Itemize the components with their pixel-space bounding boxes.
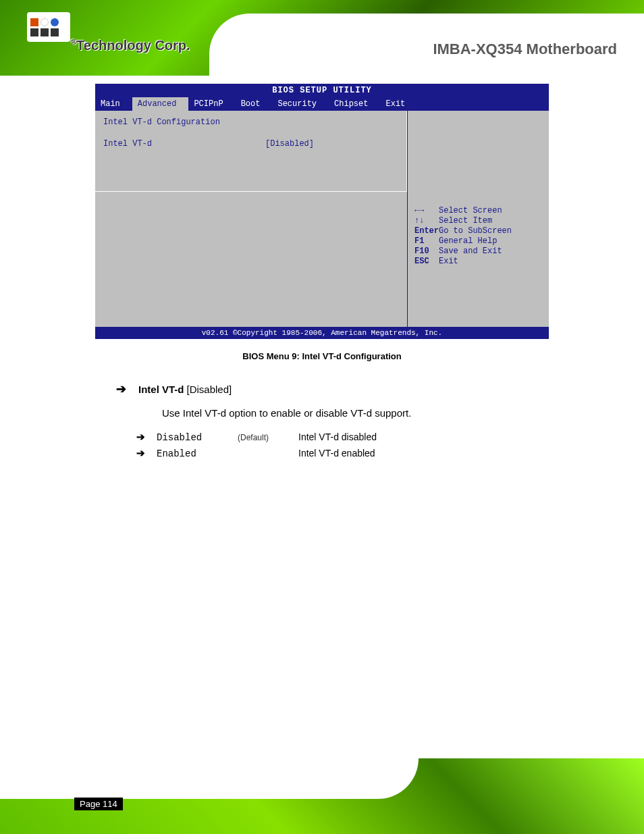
tab-boot: Boot bbox=[236, 97, 273, 111]
bios-section: Intel VT-d Configuration bbox=[103, 118, 398, 127]
key-txt-0: Select Screen bbox=[439, 206, 502, 215]
footer-curve bbox=[0, 745, 419, 799]
key-txt-1: Select Item bbox=[439, 216, 492, 226]
bios-screenshot: BIOS SETUP UTILITY Main Advanced PCIPnP … bbox=[95, 84, 549, 339]
brand-text: ®Technology Corp. bbox=[71, 38, 190, 53]
tab-main: Main bbox=[95, 97, 132, 111]
key-txt-4: Save and Exit bbox=[439, 246, 502, 256]
bios-right: ←→Select Screen ↑↓Select Item EnterGo to… bbox=[407, 111, 549, 327]
option-value-default-0: (Default) bbox=[238, 433, 298, 442]
key-sym-4: F10 bbox=[414, 246, 439, 256]
footer-banner: Page 114 bbox=[0, 758, 644, 834]
bios-left: Intel VT-d Configuration Intel VT-d [Dis… bbox=[95, 111, 407, 327]
bios-title: BIOS SETUP UTILITY bbox=[95, 84, 549, 97]
arrow-icon: ➔ bbox=[116, 382, 126, 396]
option-value-name-0: Disabled bbox=[157, 432, 238, 443]
bios-tabs: Main Advanced PCIPnP Boot Security Chips… bbox=[95, 97, 549, 111]
page-number: Page 114 bbox=[74, 798, 123, 810]
bios-setting-row: Intel VT-d [Disabled] bbox=[103, 139, 398, 149]
brand-r: ® bbox=[71, 38, 76, 46]
tab-exit: Exit bbox=[380, 97, 417, 111]
bios-setting-value: [Disabled] bbox=[265, 139, 314, 149]
bios-body: Intel VT-d Configuration Intel VT-d [Dis… bbox=[95, 111, 549, 327]
key-sym-2: Enter bbox=[414, 226, 439, 236]
arrow-icon: ➔ bbox=[136, 447, 157, 459]
brand-name: Technology Corp. bbox=[76, 38, 190, 53]
option-value-row-1: ➔ Enabled Intel VT-d enabled bbox=[136, 447, 563, 459]
tab-chipset: Chipset bbox=[329, 97, 380, 111]
key-sym-5: ESC bbox=[414, 257, 439, 266]
key-sym-1: ↑↓ bbox=[414, 216, 439, 226]
tab-security: Security bbox=[272, 97, 329, 111]
bios-footer: v02.61 ©Copyright 1985-2006, American Me… bbox=[95, 327, 549, 339]
option-row: ➔ Intel VT-d [Disabled] bbox=[116, 382, 563, 396]
bios-setting-label: Intel VT-d bbox=[103, 139, 265, 149]
key-sym-3: F1 bbox=[414, 236, 439, 246]
tab-advanced: Advanced bbox=[132, 97, 189, 111]
option-value-text-1: Intel VT-d enabled bbox=[298, 448, 375, 459]
bios-help bbox=[414, 118, 542, 205]
option-value-row-0: ➔ Disabled (Default) Intel VT-d disabled bbox=[136, 431, 563, 443]
option-value-name-1: Enabled bbox=[157, 448, 238, 459]
key-sym-0: ←→ bbox=[414, 206, 439, 215]
key-txt-2: Go to SubScreen bbox=[439, 226, 512, 236]
bios-left-bottom bbox=[95, 192, 407, 327]
option-title: Intel VT-d bbox=[138, 384, 184, 395]
bios-left-top: Intel VT-d Configuration Intel VT-d [Dis… bbox=[95, 111, 407, 192]
product-title: IMBA-XQ354 Motherboard bbox=[433, 41, 617, 58]
option-value-text-0: Intel VT-d disabled bbox=[298, 432, 377, 442]
key-txt-5: Exit bbox=[439, 257, 458, 266]
header-banner: ®Technology Corp. IMBA-XQ354 Motherboard bbox=[0, 0, 644, 76]
content: ➔ Intel VT-d [Disabled] Use Intel VT-d o… bbox=[0, 382, 644, 459]
logo bbox=[27, 12, 70, 42]
option-desc: Use Intel VT-d option to enable or disab… bbox=[162, 406, 563, 421]
arrow-icon: ➔ bbox=[136, 431, 157, 443]
logo-icon bbox=[27, 12, 70, 42]
key-txt-3: General Help bbox=[439, 236, 497, 246]
bios-keys: ←→Select Screen ↑↓Select Item EnterGo to… bbox=[414, 206, 542, 266]
option-default: [Disabled] bbox=[187, 384, 232, 395]
figure-caption: BIOS Menu 9: Intel VT-d Configuration bbox=[0, 351, 644, 361]
tab-pcipnp: PCIPnP bbox=[188, 97, 235, 111]
